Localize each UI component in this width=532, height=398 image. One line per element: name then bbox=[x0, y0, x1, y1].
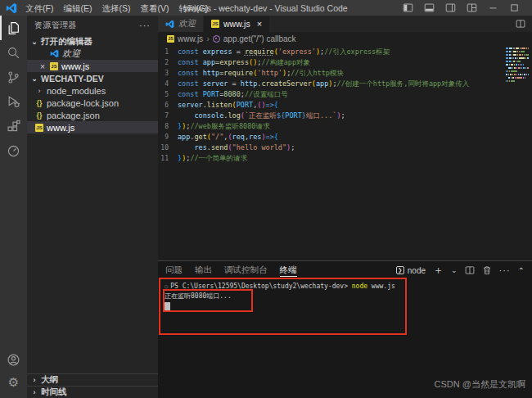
code-token: send bbox=[211, 143, 228, 152]
line-number: 4 bbox=[158, 79, 178, 89]
panel-tab[interactable]: 问题 bbox=[165, 261, 183, 279]
code-token: PORT bbox=[237, 101, 253, 109]
code-token: console bbox=[194, 111, 223, 120]
minimap-line bbox=[506, 47, 529, 49]
breadcrumb[interactable]: JS www.js › app.get("/") callback bbox=[158, 32, 532, 45]
file-tree-item[interactable]: {}package-lock.json bbox=[27, 97, 158, 109]
editor-tab[interactable]: JSwww.js× bbox=[204, 16, 270, 32]
editor-tab[interactable]: 欢迎 bbox=[158, 16, 204, 32]
code-token: const bbox=[178, 58, 203, 66]
panel-tab[interactable]: 输出 bbox=[195, 261, 212, 279]
minimap-line bbox=[506, 70, 529, 72]
minimap[interactable] bbox=[506, 47, 529, 84]
code-line[interactable]: 9app.get("/",(req,res)=>{ bbox=[158, 132, 532, 142]
code-line[interactable]: 4const server = http.createServer(app);/… bbox=[158, 79, 532, 89]
account-icon[interactable] bbox=[0, 347, 27, 372]
chevron-right-icon: › bbox=[30, 388, 38, 396]
terminal-icon: ❯ bbox=[396, 266, 404, 274]
settings-gear-icon[interactable]: ⚙ bbox=[0, 370, 27, 395]
maximize-icon[interactable] bbox=[509, 2, 520, 13]
extensions-icon[interactable] bbox=[0, 114, 27, 138]
kill-terminal-trash-icon[interactable] bbox=[482, 265, 492, 275]
code-token: express bbox=[219, 58, 249, 66]
open-editor-item[interactable]: ×JSwww.js bbox=[27, 60, 158, 72]
file-tree-item[interactable]: ›node_modules bbox=[27, 84, 158, 97]
code-line[interactable]: 7 console.log(`正在监听${PORT}端口...`); bbox=[158, 111, 532, 121]
code-text: const http=require('http');//引入http模块 bbox=[178, 68, 344, 79]
remote-gauge-icon[interactable] bbox=[0, 138, 27, 163]
workspace-file-list: ›node_modules{}package-lock.json{}packag… bbox=[27, 84, 158, 133]
split-terminal-icon[interactable] bbox=[465, 265, 475, 275]
maximize-panel-chevron-icon[interactable]: ⌃ bbox=[518, 266, 525, 275]
code-line[interactable]: 5const PORT=8080;//设置端口号 bbox=[158, 89, 532, 100]
code-token: 8080 bbox=[223, 90, 240, 98]
breadcrumb-file[interactable]: www.js bbox=[178, 34, 203, 43]
workspace-section-header[interactable]: ⌄ WECHATY-DEV bbox=[27, 72, 158, 84]
terminal-shell-indicator[interactable]: ❯ node bbox=[396, 266, 426, 275]
explorer-icon[interactable] bbox=[0, 16, 27, 40]
sidebar-section-大纲[interactable]: ›大纲 bbox=[27, 373, 158, 386]
new-terminal-icon[interactable]: ＋ bbox=[433, 263, 444, 278]
terminal-line bbox=[165, 301, 532, 311]
symbol-method-icon bbox=[213, 35, 220, 43]
terminal-output[interactable]: ○PS C:\Users\12595\Desktop\study2\wechat… bbox=[158, 279, 532, 311]
toggle-secondary-sidebar-icon[interactable] bbox=[445, 2, 456, 13]
toggle-sidebar-icon[interactable] bbox=[403, 2, 413, 13]
minimize-icon[interactable] bbox=[488, 2, 498, 13]
launch-profile-chevron-icon[interactable]: ⌄ bbox=[451, 266, 458, 274]
code-line[interactable]: 3const http=require('http');//引入http模块 bbox=[158, 68, 532, 79]
code-token: createServer bbox=[261, 79, 311, 88]
sidebar-bottom-sections: ›大纲›时间线 bbox=[27, 373, 158, 398]
panel-tab[interactable]: 终端 bbox=[280, 261, 297, 279]
file-tree-item[interactable]: JSwww.js bbox=[27, 121, 158, 133]
code-line[interactable]: 8});//web服务监听8080请求 bbox=[158, 121, 532, 132]
code-line[interactable]: 11});//一个简单的请求 bbox=[158, 153, 532, 164]
line-number: 7 bbox=[158, 111, 178, 121]
file-tree-item[interactable]: {}package.json bbox=[27, 109, 158, 121]
split-editor-icon[interactable] bbox=[516, 19, 525, 29]
code-editor[interactable]: 1const express = require('express');//引入… bbox=[158, 45, 532, 260]
code-text: const server = http.createServer(app);//… bbox=[178, 79, 469, 89]
menu-item[interactable]: 查看(V) bbox=[135, 3, 174, 13]
source-control-icon[interactable] bbox=[0, 65, 27, 89]
close-icon[interactable]: × bbox=[257, 19, 262, 29]
workspace-label: WECHATY-DEV bbox=[41, 74, 104, 84]
breadcrumb-symbol[interactable]: app.get("/") callback bbox=[223, 34, 296, 43]
open-editor-item[interactable]: 欢迎 bbox=[27, 47, 158, 60]
code-token: PORT bbox=[203, 90, 219, 98]
code-text: });//web服务监听8080请求 bbox=[178, 121, 269, 132]
code-line[interactable]: 1const express = require('express');//引入… bbox=[158, 47, 532, 57]
terminal-token: www.js bbox=[367, 283, 395, 290]
menu-item[interactable]: 文件(F) bbox=[20, 3, 58, 13]
open-editors-section-header[interactable]: ⌄ 打开的编辑器 bbox=[27, 35, 158, 47]
chevron-down-icon: ⌄ bbox=[30, 75, 38, 83]
code-token: { bbox=[274, 101, 278, 109]
sidebar-section-时间线[interactable]: ›时间线 bbox=[27, 386, 158, 398]
close-icon[interactable]: × bbox=[38, 61, 47, 71]
line-number: 1 bbox=[158, 47, 178, 57]
search-icon[interactable] bbox=[0, 40, 27, 65]
toggle-panel-icon[interactable] bbox=[424, 2, 435, 13]
code-token: const bbox=[178, 69, 203, 77]
menu-item[interactable]: 编辑(E) bbox=[58, 3, 97, 13]
code-line[interactable]: 10 res.send("hello world"); bbox=[158, 142, 532, 153]
code-token: server bbox=[178, 101, 203, 109]
menu-item[interactable]: 选择(S) bbox=[97, 3, 135, 13]
code-line[interactable]: 2const app=express();//构建app对象 bbox=[158, 57, 532, 68]
code-token: app bbox=[203, 58, 215, 66]
vscode-logo-icon bbox=[6, 2, 17, 14]
code-token: log bbox=[228, 111, 240, 120]
sidebar-more-actions-icon[interactable]: ··· bbox=[139, 20, 151, 30]
shell-label: node bbox=[408, 266, 426, 275]
code-line[interactable]: 6server.listen(PORT,()=>{ bbox=[158, 100, 532, 111]
panel-tab[interactable]: 调试控制台 bbox=[224, 261, 268, 279]
editor-tab-bar: 欢迎JSwww.js× bbox=[158, 16, 532, 32]
code-token: 'http' bbox=[257, 69, 282, 77]
code-token: //一个简单的请求 bbox=[190, 154, 247, 162]
customize-layout-icon[interactable] bbox=[467, 2, 477, 13]
more-actions-icon[interactable]: ··· bbox=[499, 265, 511, 275]
run-and-debug-icon[interactable] bbox=[0, 89, 27, 114]
code-token: app bbox=[316, 79, 328, 88]
open-editor-label: www.js bbox=[61, 61, 89, 71]
code-token: listen bbox=[207, 101, 232, 109]
